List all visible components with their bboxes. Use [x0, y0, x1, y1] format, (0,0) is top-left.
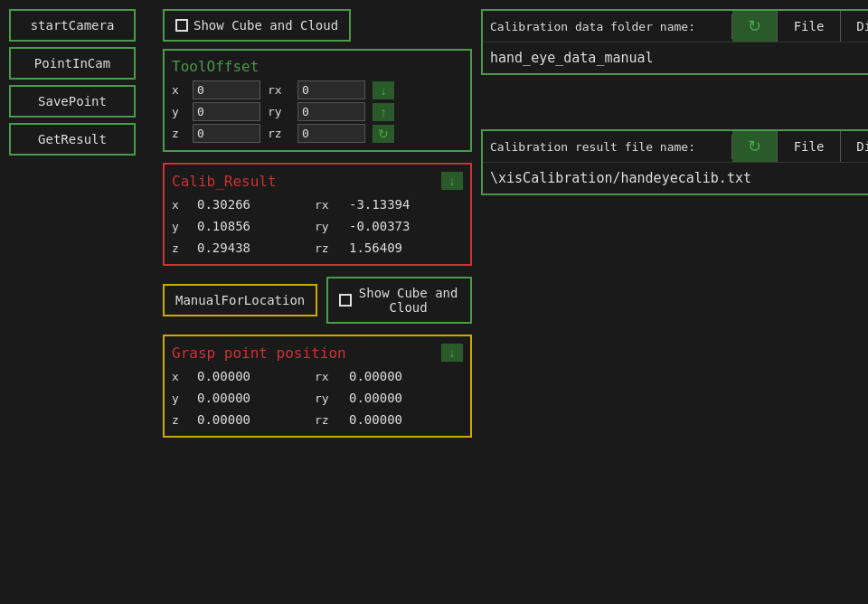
save-point-button[interactable]: SavePoint	[9, 85, 136, 118]
gp-rx-label: rx	[315, 370, 342, 383]
cr-z-value: 0.29438	[193, 239, 311, 257]
middle-panel: Show Cube and Cloud ToolOffset x rx ↓ y …	[163, 9, 472, 438]
calib-folder-file-button[interactable]: File	[778, 11, 841, 42]
gp-x-label: x	[172, 370, 190, 383]
rz-input[interactable]	[297, 124, 365, 143]
checkbox-show-cube-top[interactable]	[175, 19, 188, 32]
cr-y-label: y	[172, 220, 190, 233]
calib-folder-label: Calibration data folder name:	[483, 14, 732, 39]
show-cube-cloud-button-bottom[interactable]: Show Cube and Cloud	[326, 277, 472, 324]
calib-result-file-dir-button[interactable]: Dir	[841, 131, 868, 162]
y-label: y	[172, 105, 190, 118]
calib-folder-value: hand_eye_data_manual	[483, 42, 868, 73]
tool-arrow-up-icon[interactable]: ↑	[373, 103, 394, 121]
gp-rx-value: 0.00000	[345, 367, 463, 385]
calib-result-file-box: Calibration result file name: ↻ File Dir…	[481, 129, 868, 195]
gp-y-value: 0.00000	[193, 389, 311, 407]
calib-result-file-file-button[interactable]: File	[778, 131, 841, 162]
get-result-button[interactable]: GetResult	[9, 123, 136, 156]
calib-result-title: Calib_Result ↓	[172, 172, 463, 190]
ry-label: ry	[268, 105, 295, 118]
spacer	[481, 84, 868, 120]
cr-x-value: 0.30266	[193, 195, 311, 213]
gp-rz-value: 0.00000	[345, 411, 463, 429]
rx-label: rx	[268, 83, 295, 97]
checkbox-show-cube-bottom[interactable]	[339, 294, 352, 307]
cr-rx-label: rx	[315, 198, 342, 212]
calib-result-file-label: Calibration result file name:	[483, 135, 732, 159]
calib-folder-box: Calibration data folder name: ↻ File Dir…	[481, 9, 868, 75]
bottom-row: ManualForLocation Show Cube and Cloud	[163, 277, 472, 324]
start-camera-button[interactable]: startCamera	[9, 9, 136, 42]
left-panel: startCamera PointInCam SavePoint GetResu…	[9, 9, 154, 438]
grasp-arrow-icon[interactable]: ↓	[441, 344, 463, 362]
ry-input[interactable]	[297, 102, 365, 121]
calib-result-arrow-icon[interactable]: ↓	[441, 172, 463, 190]
tool-offset-title: ToolOffset	[172, 58, 463, 75]
gp-z-label: z	[172, 413, 190, 427]
tool-arrow-down-icon[interactable]: ↓	[373, 81, 394, 99]
gp-z-value: 0.00000	[193, 411, 311, 429]
calib-result-grid: x 0.30266 rx -3.13394 y 0.10856 ry -0.00…	[172, 195, 463, 257]
calib-folder-dir-button[interactable]: Dir	[841, 11, 868, 42]
tool-offset-box: ToolOffset x rx ↓ y ry ↑ z rz ↻	[163, 49, 472, 152]
x-label: x	[172, 83, 190, 97]
cr-y-value: 0.10856	[193, 217, 311, 235]
rx-input[interactable]	[297, 80, 365, 99]
grasp-point-title: Grasp point position ↓	[172, 344, 463, 362]
cr-x-label: x	[172, 198, 190, 212]
z-input[interactable]	[193, 124, 260, 143]
cr-rz-label: rz	[315, 241, 342, 255]
cr-ry-label: ry	[315, 220, 342, 233]
gp-ry-label: ry	[315, 392, 342, 405]
manual-for-location-button[interactable]: ManualForLocation	[163, 284, 317, 316]
right-panel: Calibration data folder name: ↻ File Dir…	[481, 9, 868, 438]
cr-rz-value: 1.56409	[345, 239, 463, 257]
gp-ry-value: 0.00000	[345, 389, 463, 407]
tool-refresh-icon[interactable]: ↻	[373, 125, 394, 143]
calib-result-file-value: \xisCalibration/handeyecalib.txt	[483, 163, 868, 193]
calib-result-file-header: Calibration result file name: ↻ File Dir	[483, 131, 868, 163]
calib-folder-refresh-button[interactable]: ↻	[732, 11, 778, 42]
grasp-point-box: Grasp point position ↓ x 0.00000 rx 0.00…	[163, 335, 472, 438]
y-input[interactable]	[193, 102, 260, 121]
top-row: Show Cube and Cloud	[163, 9, 472, 42]
gp-y-label: y	[172, 392, 190, 405]
tool-offset-grid: x rx ↓ y ry ↑ z rz ↻	[172, 80, 463, 143]
x-input[interactable]	[193, 80, 260, 99]
grasp-point-grid: x 0.00000 rx 0.00000 y 0.00000 ry 0.0000…	[172, 367, 463, 429]
point-in-cam-button[interactable]: PointInCam	[9, 47, 136, 80]
z-label: z	[172, 127, 190, 140]
calib-result-file-refresh-button[interactable]: ↻	[732, 131, 778, 162]
cr-z-label: z	[172, 241, 190, 255]
cr-ry-value: -0.00373	[345, 217, 463, 235]
cr-rx-value: -3.13394	[345, 195, 463, 213]
show-cube-cloud-button-top[interactable]: Show Cube and Cloud	[163, 9, 351, 42]
rz-label: rz	[268, 127, 295, 140]
calib-result-box: Calib_Result ↓ x 0.30266 rx -3.13394 y 0…	[163, 163, 472, 266]
calib-folder-header: Calibration data folder name: ↻ File Dir	[483, 11, 868, 42]
gp-rz-label: rz	[315, 413, 342, 427]
gp-x-value: 0.00000	[193, 367, 311, 385]
